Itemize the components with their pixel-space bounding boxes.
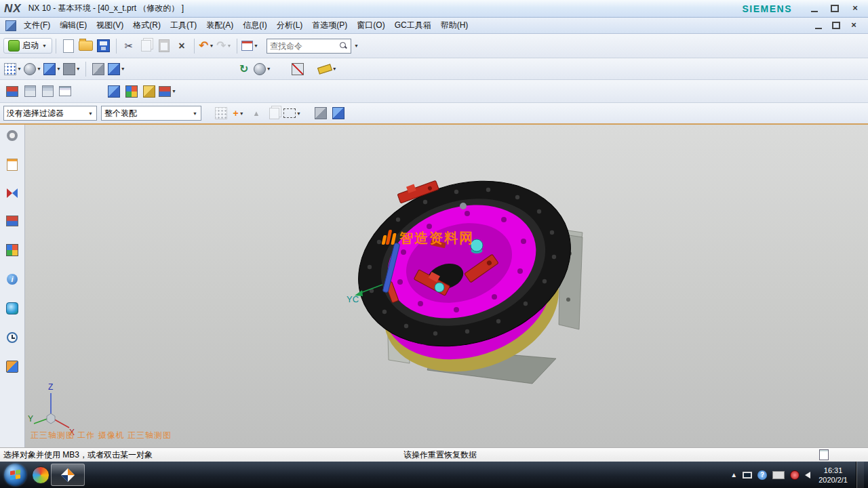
chevron-down-icon[interactable]: ▼ — [121, 66, 125, 71]
roles-gear-icon[interactable] — [7, 130, 18, 141]
paste-button[interactable] — [156, 38, 172, 54]
menu-format[interactable]: 格式(R) — [128, 18, 165, 33]
add-component-button[interactable] — [106, 83, 122, 100]
save-button[interactable] — [96, 38, 112, 54]
menu-information[interactable]: 信息(I) — [238, 18, 271, 33]
tray-help-icon[interactable]: ? — [757, 470, 767, 480]
copy-button[interactable] — [138, 38, 155, 54]
menu-analysis[interactable]: 分析(L) — [272, 18, 308, 33]
menu-assembly[interactable]: 装配(A) — [201, 18, 238, 33]
menu-edit[interactable]: 编辑(E) — [55, 18, 92, 33]
undo-button[interactable]: ↶▼ — [199, 38, 215, 54]
chevron-down-icon[interactable]: ▼ — [37, 66, 41, 71]
chevron-down-icon[interactable]: ▼ — [332, 66, 337, 71]
scene-editor-icon[interactable] — [6, 361, 18, 373]
show-desktop-button[interactable] — [856, 462, 864, 488]
chevron-down-icon[interactable]: ▼ — [210, 43, 214, 48]
assembly-constraints-button[interactable]: ▼ — [159, 83, 177, 100]
selection-filter-dropdown[interactable]: 没有选择过滤器 ▼ — [3, 106, 97, 121]
reuse-library-icon[interactable] — [6, 244, 18, 256]
status-operation: 该操作重置恢复数据 — [403, 449, 477, 461]
child-minimize-button[interactable] — [814, 21, 823, 30]
chevron-down-icon[interactable]: ▼ — [17, 66, 22, 71]
tray-keyboard-icon[interactable] — [772, 471, 785, 479]
chevron-down-icon[interactable]: ▼ — [172, 89, 176, 94]
chevron-down-icon[interactable]: ▼ — [239, 111, 244, 116]
snap-point-button[interactable] — [213, 105, 229, 121]
window-display-icon — [241, 41, 253, 51]
move-component-button[interactable] — [141, 83, 157, 100]
search-icon[interactable] — [340, 42, 347, 49]
snapshot-button[interactable]: ▼ — [24, 61, 42, 77]
move-up-button[interactable]: ▲ — [248, 105, 264, 121]
chevron-down-icon[interactable]: ▼ — [56, 66, 61, 71]
new-file-button[interactable] — [60, 38, 77, 54]
general-object-button[interactable] — [330, 105, 347, 121]
product-outline-button[interactable] — [57, 83, 73, 100]
display-mode-button[interactable]: ▼ — [63, 61, 81, 77]
delete-button[interactable]: × — [174, 38, 190, 54]
chevron-down-icon[interactable]: ▼ — [267, 66, 271, 71]
orbit-button[interactable]: ↻ — [236, 61, 252, 77]
measure-button[interactable]: ▼ — [318, 61, 338, 77]
open-button[interactable] — [78, 38, 94, 54]
chevron-down-icon[interactable]: ▼ — [227, 43, 232, 48]
tray-display-icon[interactable] — [743, 472, 752, 479]
tray-volume-icon[interactable] — [805, 472, 810, 479]
nx-taskbar-button[interactable] — [51, 464, 85, 486]
repeat-command-button[interactable]: ▼ — [241, 38, 259, 54]
menu-gc-toolbox[interactable]: GC工具箱 — [390, 18, 436, 33]
maximize-button[interactable] — [830, 4, 840, 13]
child-close-button[interactable]: × — [849, 21, 859, 30]
constraint-navigator-icon[interactable] — [7, 188, 18, 198]
menu-file[interactable]: 文件(F) — [19, 18, 55, 33]
menu-window[interactable]: 窗口(O) — [352, 18, 389, 33]
open-component-button[interactable] — [22, 83, 38, 100]
rendering-style-button[interactable]: ▼ — [254, 61, 272, 77]
redo-button[interactable]: ↷▼ — [216, 38, 233, 54]
hd3d-tool-icon[interactable]: i — [7, 274, 18, 285]
cut-button[interactable]: ✂ — [121, 38, 137, 54]
named-view-button[interactable]: ▼ — [43, 61, 62, 77]
tray-antivirus-icon[interactable] — [790, 470, 800, 480]
minimize-button[interactable] — [810, 4, 819, 13]
viewport-canvas[interactable]: YC Z Y X 智造资料网 正三轴测图 工作 摄像机 正三轴测图 — [25, 125, 868, 447]
view-orientation-button[interactable]: ▼ — [4, 61, 22, 77]
close-button[interactable]: × — [850, 4, 860, 13]
section-view-button[interactable] — [290, 61, 306, 77]
component-sheets-button[interactable] — [39, 83, 56, 100]
pattern-component-button[interactable] — [123, 83, 140, 100]
assembly-navigator-icon[interactable] — [6, 216, 18, 226]
fit-view-button[interactable]: ▼ — [108, 61, 126, 77]
chevron-down-icon[interactable]: ▼ — [296, 111, 301, 116]
move-component-icon — [143, 85, 155, 98]
find-component-button[interactable] — [4, 83, 20, 100]
find-command-input[interactable] — [267, 41, 338, 51]
part-navigator-icon[interactable] — [7, 159, 18, 171]
menu-help[interactable]: 帮助(H) — [436, 18, 473, 33]
web-browser-icon[interactable] — [6, 302, 18, 314]
show-hide-button[interactable] — [313, 105, 329, 121]
menu-view[interactable]: 视图(V) — [92, 18, 128, 33]
chevron-down-icon[interactable]: ▼ — [76, 66, 81, 71]
cyan-cylinder-1 — [471, 239, 483, 251]
history-icon[interactable] — [7, 332, 18, 343]
siemens-logo: SIEMENS — [742, 3, 792, 14]
chevron-down-icon[interactable]: ▼ — [354, 43, 359, 48]
rectangle-select-button[interactable]: ▼ — [283, 105, 302, 121]
highlight-select-button[interactable]: +▼ — [231, 105, 247, 121]
previous-selection-button[interactable] — [266, 105, 282, 121]
hidden-icons-arrow[interactable]: ▲ — [730, 471, 737, 479]
child-restore-button[interactable] — [831, 21, 841, 30]
start-orb-button[interactable] — [4, 464, 26, 486]
selection-scope-dropdown[interactable]: 整个装配 ▼ — [101, 106, 201, 121]
pinned-app-icon[interactable] — [32, 466, 50, 484]
menu-tools[interactable]: 工具(T) — [165, 18, 201, 33]
taskbar-clock[interactable]: 16:31 2020/2/1 — [818, 466, 848, 485]
document-menu-icon[interactable] — [5, 20, 16, 31]
restore-view-button[interactable] — [90, 61, 106, 77]
chevron-down-icon[interactable]: ▼ — [254, 43, 258, 48]
menu-preferences[interactable]: 首选项(P) — [307, 18, 352, 33]
status-note-icon[interactable] — [819, 449, 829, 460]
start-button[interactable]: 启动 ▼ — [3, 38, 52, 54]
